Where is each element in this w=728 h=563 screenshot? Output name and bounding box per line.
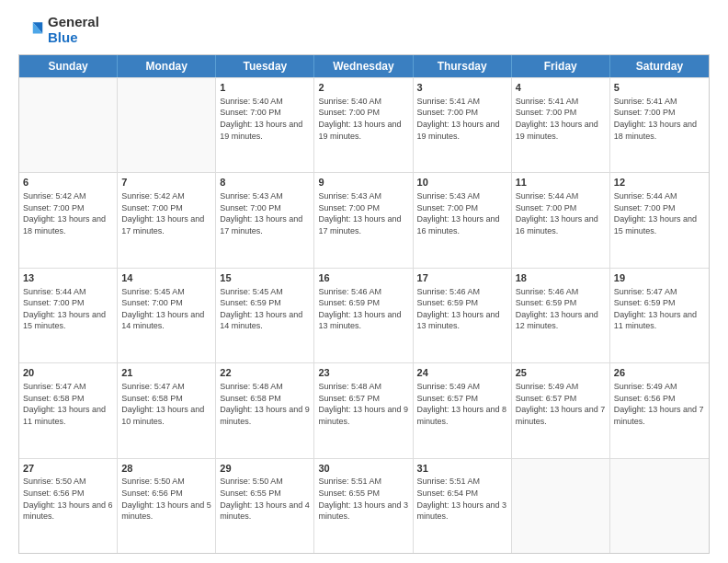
day-number: 2 — [318, 81, 408, 95]
calendar-day-29: 29Sunrise: 5:50 AMSunset: 6:55 PMDayligh… — [216, 459, 314, 553]
day-number: 1 — [220, 81, 310, 95]
calendar-week-4: 20Sunrise: 5:47 AMSunset: 6:58 PMDayligh… — [19, 362, 709, 457]
day-info: Sunrise: 5:44 AMSunset: 7:00 PMDaylight:… — [614, 190, 705, 236]
calendar-day-7: 7Sunrise: 5:42 AMSunset: 7:00 PMDaylight… — [118, 173, 216, 267]
day-info: Sunrise: 5:50 AMSunset: 6:56 PMDaylight:… — [121, 476, 211, 522]
calendar-day-30: 30Sunrise: 5:51 AMSunset: 6:55 PMDayligh… — [314, 459, 413, 553]
calendar-week-3: 13Sunrise: 5:44 AMSunset: 7:00 PMDayligh… — [19, 268, 709, 362]
calendar-day-9: 9Sunrise: 5:43 AMSunset: 7:00 PMDaylight… — [314, 173, 413, 267]
logo-icon — [18, 17, 44, 43]
day-number: 26 — [614, 366, 705, 380]
day-info: Sunrise: 5:45 AMSunset: 6:59 PMDaylight:… — [220, 286, 310, 332]
calendar-cell-empty — [118, 78, 216, 172]
day-number: 17 — [417, 271, 507, 285]
calendar-day-28: 28Sunrise: 5:50 AMSunset: 6:56 PMDayligh… — [118, 459, 216, 553]
calendar-day-24: 24Sunrise: 5:49 AMSunset: 6:57 PMDayligh… — [414, 363, 512, 457]
calendar-day-26: 26Sunrise: 5:49 AMSunset: 6:56 PMDayligh… — [610, 363, 709, 457]
calendar-day-2: 2Sunrise: 5:40 AMSunset: 7:00 PMDaylight… — [314, 78, 413, 172]
header-day-thursday: Thursday — [414, 55, 512, 77]
header-day-saturday: Saturday — [610, 55, 709, 77]
calendar-day-23: 23Sunrise: 5:48 AMSunset: 6:57 PMDayligh… — [314, 363, 413, 457]
calendar: SundayMondayTuesdayWednesdayThursdayFrid… — [18, 54, 710, 554]
day-number: 20 — [23, 366, 113, 380]
day-number: 13 — [23, 271, 113, 285]
day-number: 30 — [318, 462, 408, 476]
logo: General Blue — [18, 15, 99, 45]
calendar-header: SundayMondayTuesdayWednesdayThursdayFrid… — [19, 55, 709, 77]
calendar-cell-empty — [512, 459, 610, 553]
day-info: Sunrise: 5:47 AMSunset: 6:58 PMDaylight:… — [23, 381, 113, 427]
calendar-day-10: 10Sunrise: 5:43 AMSunset: 7:00 PMDayligh… — [414, 173, 512, 267]
day-info: Sunrise: 5:46 AMSunset: 6:59 PMDaylight:… — [516, 286, 606, 332]
day-info: Sunrise: 5:49 AMSunset: 6:57 PMDaylight:… — [516, 381, 606, 427]
header-day-friday: Friday — [512, 55, 610, 77]
header-day-sunday: Sunday — [19, 55, 118, 77]
day-number: 11 — [516, 176, 606, 190]
day-info: Sunrise: 5:44 AMSunset: 7:00 PMDaylight:… — [516, 190, 606, 236]
calendar-body: 1Sunrise: 5:40 AMSunset: 7:00 PMDaylight… — [19, 77, 709, 553]
calendar-day-27: 27Sunrise: 5:50 AMSunset: 6:56 PMDayligh… — [19, 459, 118, 553]
calendar-day-4: 4Sunrise: 5:41 AMSunset: 7:00 PMDaylight… — [512, 78, 610, 172]
day-number: 31 — [417, 462, 507, 476]
day-number: 5 — [614, 81, 705, 95]
header-day-tuesday: Tuesday — [216, 55, 314, 77]
day-number: 25 — [516, 366, 606, 380]
calendar-day-25: 25Sunrise: 5:49 AMSunset: 6:57 PMDayligh… — [512, 363, 610, 457]
day-info: Sunrise: 5:40 AMSunset: 7:00 PMDaylight:… — [220, 96, 310, 142]
calendar-day-5: 5Sunrise: 5:41 AMSunset: 7:00 PMDaylight… — [610, 78, 709, 172]
day-info: Sunrise: 5:43 AMSunset: 7:00 PMDaylight:… — [220, 190, 310, 236]
day-info: Sunrise: 5:49 AMSunset: 6:56 PMDaylight:… — [614, 381, 705, 427]
calendar-cell-empty — [610, 459, 709, 553]
calendar-day-14: 14Sunrise: 5:45 AMSunset: 7:00 PMDayligh… — [118, 269, 216, 362]
day-info: Sunrise: 5:48 AMSunset: 6:57 PMDaylight:… — [318, 381, 408, 427]
day-number: 22 — [220, 366, 310, 380]
day-info: Sunrise: 5:44 AMSunset: 7:00 PMDaylight:… — [23, 286, 113, 332]
calendar-day-12: 12Sunrise: 5:44 AMSunset: 7:00 PMDayligh… — [610, 173, 709, 267]
day-number: 15 — [220, 271, 310, 285]
header-day-wednesday: Wednesday — [314, 55, 413, 77]
day-info: Sunrise: 5:42 AMSunset: 7:00 PMDaylight:… — [121, 190, 211, 236]
day-number: 29 — [220, 462, 310, 476]
calendar-cell-empty — [19, 78, 118, 172]
day-info: Sunrise: 5:51 AMSunset: 6:55 PMDaylight:… — [318, 476, 408, 522]
calendar-day-1: 1Sunrise: 5:40 AMSunset: 7:00 PMDaylight… — [216, 78, 314, 172]
page: General Blue SundayMondayTuesdayWednesda… — [0, 0, 728, 563]
calendar-day-31: 31Sunrise: 5:51 AMSunset: 6:54 PMDayligh… — [414, 459, 512, 553]
day-number: 6 — [23, 176, 113, 190]
calendar-day-17: 17Sunrise: 5:46 AMSunset: 6:59 PMDayligh… — [414, 269, 512, 362]
day-info: Sunrise: 5:46 AMSunset: 6:59 PMDaylight:… — [417, 286, 507, 332]
day-info: Sunrise: 5:42 AMSunset: 7:00 PMDaylight:… — [23, 190, 113, 236]
day-number: 4 — [516, 81, 606, 95]
calendar-day-6: 6Sunrise: 5:42 AMSunset: 7:00 PMDaylight… — [19, 173, 118, 267]
calendar-week-2: 6Sunrise: 5:42 AMSunset: 7:00 PMDaylight… — [19, 172, 709, 267]
day-info: Sunrise: 5:43 AMSunset: 7:00 PMDaylight:… — [318, 190, 408, 236]
day-info: Sunrise: 5:41 AMSunset: 7:00 PMDaylight:… — [417, 96, 507, 142]
day-info: Sunrise: 5:49 AMSunset: 6:57 PMDaylight:… — [417, 381, 507, 427]
day-number: 10 — [417, 176, 507, 190]
calendar-day-20: 20Sunrise: 5:47 AMSunset: 6:58 PMDayligh… — [19, 363, 118, 457]
day-number: 21 — [121, 366, 211, 380]
calendar-day-16: 16Sunrise: 5:46 AMSunset: 6:59 PMDayligh… — [314, 269, 413, 362]
header: General Blue — [18, 15, 710, 45]
day-number: 19 — [614, 271, 705, 285]
calendar-day-3: 3Sunrise: 5:41 AMSunset: 7:00 PMDaylight… — [414, 78, 512, 172]
calendar-day-22: 22Sunrise: 5:48 AMSunset: 6:58 PMDayligh… — [216, 363, 314, 457]
header-day-monday: Monday — [118, 55, 216, 77]
day-number: 27 — [23, 462, 113, 476]
day-number: 14 — [121, 271, 211, 285]
day-info: Sunrise: 5:50 AMSunset: 6:56 PMDaylight:… — [23, 476, 113, 522]
calendar-day-21: 21Sunrise: 5:47 AMSunset: 6:58 PMDayligh… — [118, 363, 216, 457]
calendar-week-5: 27Sunrise: 5:50 AMSunset: 6:56 PMDayligh… — [19, 458, 709, 553]
day-number: 12 — [614, 176, 705, 190]
day-info: Sunrise: 5:45 AMSunset: 7:00 PMDaylight:… — [121, 286, 211, 332]
calendar-day-11: 11Sunrise: 5:44 AMSunset: 7:00 PMDayligh… — [512, 173, 610, 267]
day-info: Sunrise: 5:46 AMSunset: 6:59 PMDaylight:… — [318, 286, 408, 332]
calendar-week-1: 1Sunrise: 5:40 AMSunset: 7:00 PMDaylight… — [19, 77, 709, 172]
day-info: Sunrise: 5:47 AMSunset: 6:58 PMDaylight:… — [121, 381, 211, 427]
day-number: 28 — [121, 462, 211, 476]
day-info: Sunrise: 5:43 AMSunset: 7:00 PMDaylight:… — [417, 190, 507, 236]
day-info: Sunrise: 5:51 AMSunset: 6:54 PMDaylight:… — [417, 476, 507, 522]
day-number: 24 — [417, 366, 507, 380]
day-info: Sunrise: 5:41 AMSunset: 7:00 PMDaylight:… — [516, 96, 606, 142]
day-info: Sunrise: 5:50 AMSunset: 6:55 PMDaylight:… — [220, 476, 310, 522]
